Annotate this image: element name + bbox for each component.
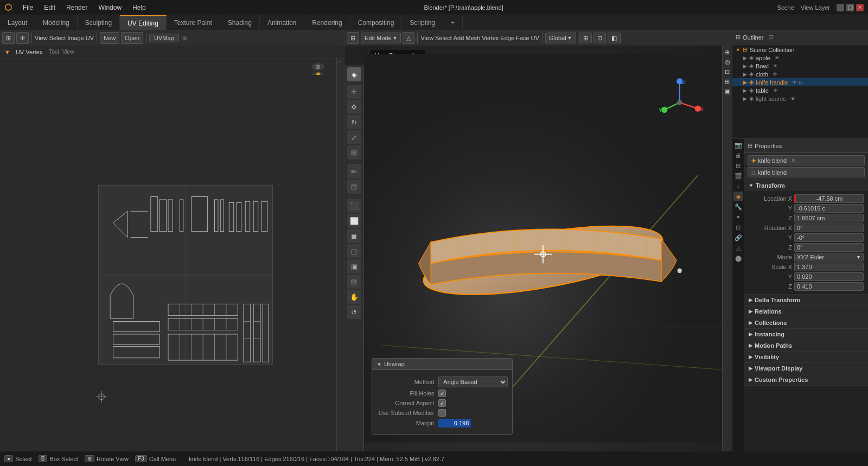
vp-menu-vertex[interactable]: Vertex <box>482 35 499 41</box>
vp-right-icon5[interactable]: ▣ <box>723 87 732 95</box>
scale-z[interactable]: 0.410 <box>794 282 864 291</box>
vp-menu-uv[interactable]: UV <box>531 35 539 41</box>
outliner-filter-icon[interactable]: ⊡ <box>768 34 773 41</box>
viewport-shading-btn[interactable]: ⊞ <box>579 33 592 43</box>
menu-render[interactable]: Render <box>62 3 92 12</box>
minimize-button[interactable]: _ <box>837 4 844 11</box>
vp-menu-mesh[interactable]: Mesh <box>465 35 480 41</box>
props-scene-icon[interactable]: 🎬 <box>733 171 743 181</box>
vp-menu-edge[interactable]: Edge <box>500 35 514 41</box>
vp-cursor-tool[interactable]: ✛ <box>347 85 361 99</box>
mesh-select-btn[interactable]: △ <box>403 32 414 44</box>
uv-menu-image[interactable]: Image <box>67 35 84 41</box>
ol-knife-handle[interactable]: ▶ ◈ knife handle 👁 ⊡ <box>732 78 868 86</box>
vp-transform-tool[interactable]: ⊞ <box>347 145 361 159</box>
tab-texture-paint[interactable]: Texture Paint <box>167 15 220 30</box>
location-y[interactable]: -0.61015 c <box>794 204 864 213</box>
vp-cube-tool3[interactable]: ◼ <box>347 229 361 243</box>
ol-light[interactable]: ▶ ◈ light source 👁 <box>732 94 868 103</box>
scene-collection-item[interactable]: ▼ ⊞ Scene Collection <box>732 46 868 54</box>
uv-overlay-btn[interactable]: ⊞ <box>182 35 187 41</box>
shading-global-btn[interactable]: Global ▼ <box>545 33 576 43</box>
data-name-box[interactable]: △ knife blend <box>748 167 865 177</box>
viewport-background[interactable]: User Perspective (0) knife blend <box>344 46 732 451</box>
props-data-icon[interactable]: △ <box>733 243 743 253</box>
visibility-header[interactable]: ▶ Visibility <box>744 352 868 362</box>
viewport-xray-btn[interactable]: ◧ <box>608 33 621 43</box>
tab-modeling[interactable]: Modeling <box>35 15 78 30</box>
vp-cube-tool5[interactable]: ▣ <box>347 259 361 273</box>
uv-menu-uv[interactable]: UV <box>86 35 94 41</box>
vp-rotate-tool[interactable]: ↻ <box>347 115 361 129</box>
instancing-header[interactable]: ▶ Instancing <box>744 329 868 340</box>
correct-aspect-checkbox[interactable] <box>438 399 446 407</box>
delta-transform-header[interactable]: ▶ Delta Transform <box>744 295 868 305</box>
margin-input[interactable] <box>438 419 471 427</box>
collections-header[interactable]: ▶ Collections <box>744 317 868 328</box>
relations-header[interactable]: ▶ Relations <box>744 306 868 317</box>
motion-paths-header[interactable]: ▶ Motion Paths <box>744 340 868 351</box>
tab-rendering[interactable]: Rendering <box>304 15 350 30</box>
tab-uv-editing[interactable]: UV Editing <box>120 15 167 30</box>
vp-select-tool[interactable]: ◈ <box>347 67 361 81</box>
tab-compositing[interactable]: Compositing <box>350 15 403 30</box>
location-z[interactable]: 1.8607 cm <box>794 214 864 222</box>
vp-right-icon3[interactable]: ⊡ <box>723 67 732 76</box>
props-constraints-icon[interactable]: 🔗 <box>733 233 743 242</box>
edit-mode-btn[interactable]: Edit Mode ▼ <box>361 33 401 43</box>
vp-type-btn[interactable]: ⊞ <box>347 32 359 44</box>
tab-shading[interactable]: Shading <box>220 15 260 30</box>
props-output-icon[interactable]: 🖨 <box>733 150 743 160</box>
vp-scale-tool[interactable]: ⤢ <box>347 130 361 144</box>
vp-cube-tool2[interactable]: ⬜ <box>347 214 361 228</box>
ol-bowl[interactable]: ▶ ◈ Bowl 👁 <box>732 62 868 70</box>
uv-mode-btn[interactable]: ✛ <box>16 32 29 44</box>
viewport-display-header[interactable]: ▶ Viewport Display <box>744 363 868 374</box>
menu-help[interactable]: Help <box>128 3 150 12</box>
uv-map-selector[interactable]: UVMap <box>149 34 179 42</box>
new-image-button[interactable]: New <box>100 32 119 44</box>
vp-right-icon4[interactable]: ⊞ <box>723 77 732 86</box>
props-modifier-icon[interactable]: 🔧 <box>733 202 743 212</box>
close-button[interactable]: ✕ <box>856 4 864 11</box>
props-view-layer-icon[interactable]: ⊞ <box>733 161 743 170</box>
vp-annotate-tool[interactable]: ✏ <box>347 164 361 178</box>
uv-editor-type-btn[interactable]: ⊞ <box>2 32 15 44</box>
menu-edit[interactable]: Edit <box>40 3 60 12</box>
props-material-icon[interactable]: ⬤ <box>733 253 743 263</box>
rotation-z[interactable]: 0° <box>794 243 864 252</box>
props-physics-icon[interactable]: ⊡ <box>733 222 743 232</box>
vp-cube-tool4[interactable]: ◻ <box>347 244 361 258</box>
ol-table[interactable]: ▶ ◈ table 👁 <box>732 86 868 94</box>
custom-props-header[interactable]: ▶ Custom Properties <box>744 374 868 385</box>
vp-move-tool[interactable]: ✥ <box>347 100 361 114</box>
vp-measure-tool[interactable]: ⊡ <box>347 180 361 194</box>
props-render-icon[interactable]: 📷 <box>733 140 743 150</box>
ol-cloth[interactable]: ▶ ◈ cloth 👁 <box>732 70 868 78</box>
object-name-box[interactable]: ◈ knife blend ✕ <box>748 155 865 165</box>
vp-right-icon2[interactable]: ◎ <box>723 58 732 66</box>
vp-menu-select[interactable]: Select <box>435 35 452 41</box>
rotation-y[interactable]: -0° <box>794 233 864 242</box>
open-image-button[interactable]: Open <box>121 32 143 44</box>
tab-layout[interactable]: Layout <box>0 15 35 30</box>
method-selector[interactable]: Angle Based <box>438 376 508 387</box>
vp-cube-tool6[interactable]: ⊟ <box>347 275 361 289</box>
props-object-icon[interactable]: ◈ <box>733 191 743 201</box>
tab-animation[interactable]: Animation <box>260 15 304 30</box>
scale-x[interactable]: 1.370 <box>794 263 864 271</box>
menu-file[interactable]: File <box>18 3 37 12</box>
uv-grid-viewport[interactable]: ⊕ ✋ <box>0 59 336 451</box>
vp-grab-tool[interactable]: ✋ <box>347 290 361 304</box>
fill-holes-checkbox[interactable] <box>438 390 446 397</box>
viewport-overlay-btn[interactable]: ⊡ <box>593 33 606 43</box>
vp-menu-view[interactable]: View <box>420 35 433 41</box>
transform-section-header[interactable]: ▼ Transform <box>744 180 868 191</box>
uv-menu-select[interactable]: Select <box>49 35 66 41</box>
scale-y[interactable]: 0.020 <box>794 272 864 281</box>
tab-scripting[interactable]: Scripting <box>402 15 443 30</box>
mode-selector[interactable]: XYZ Euler ▼ <box>794 253 864 261</box>
uv-menu-view[interactable]: View <box>35 35 48 41</box>
method-select[interactable]: Angle Based <box>438 376 508 387</box>
vp-menu-face[interactable]: Face <box>516 35 529 41</box>
